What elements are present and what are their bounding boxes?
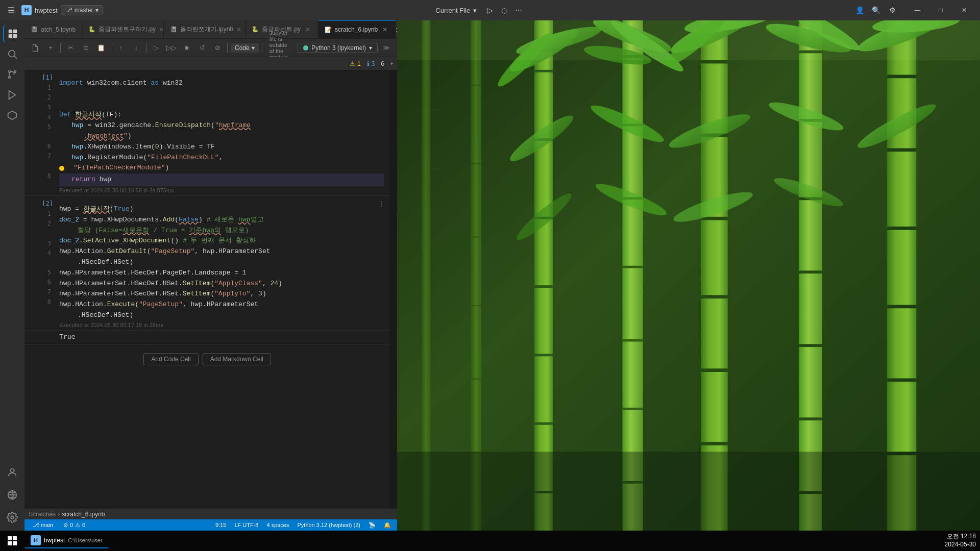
svg-point-4	[9, 51, 15, 57]
start-button[interactable]	[4, 533, 20, 549]
add-markdown-cell-button[interactable]: Add Markdown Cell	[203, 353, 271, 365]
tab-atch5[interactable]: 📓 atch_5.ipynb	[24, 20, 82, 38]
status-remote-label: ⎇ main	[33, 522, 53, 529]
settings-icon[interactable]: ⚙	[885, 3, 899, 17]
activity-settings-icon[interactable]	[3, 508, 21, 527]
toolbar: + ✂ ⧉ 📋 ↑ ↓ ▷ ▷▷ ■ ↺ ⊘ Code ▾ Jupyter fi…	[24, 38, 397, 57]
editor-scroll: [1] 1 2 3 4 5 6 7 8	[24, 70, 397, 508]
tab-junggeup[interactable]: 🐍 중급파센트구하기.py ✕	[82, 20, 164, 38]
more-actions-icon[interactable]: ⋯	[511, 3, 526, 17]
svg-line-5	[14, 56, 17, 59]
activity-search-icon[interactable]	[3, 45, 21, 63]
taskbar-app-item[interactable]: H hwptest C:\Users\user	[24, 533, 109, 548]
activity-debug-icon[interactable]	[3, 86, 21, 104]
breadcrumb-sep: ›	[58, 511, 60, 518]
taskbar-clock: 오전 12:18 2024-05-30	[945, 533, 976, 548]
svg-rect-22	[471, 85, 481, 86]
tab-ollalin[interactable]: 📓 올라린쪼개기.ipynb ✕	[164, 20, 246, 38]
alert-info-item[interactable]: ℹ 3	[367, 60, 375, 67]
breadcrumb-file[interactable]: scratch_6.ipynb	[62, 511, 105, 518]
svg-point-10	[10, 469, 14, 472]
toolbar-paste-icon[interactable]: 📋	[94, 41, 108, 55]
cell-2-more-button[interactable]: ⋮	[376, 198, 388, 210]
toolbar-run-icon[interactable]: ▷	[150, 41, 163, 55]
cell-2-content[interactable]: hwp = 한글시작(True) doc_2 = hwp.XHwpDocumen…	[55, 200, 388, 321]
tab-scratch6[interactable]: 📝 scratch_6.ipynb ✕	[318, 20, 396, 38]
status-broadcast-icon[interactable]: 📡	[366, 522, 378, 529]
toolbar-copy-icon[interactable]: ⧉	[79, 41, 92, 55]
toolbar-cut-icon[interactable]: ✂	[64, 41, 77, 55]
taskbar-time-display: 오전 12:18	[945, 533, 976, 541]
breadcrumb-folder[interactable]: Scratches	[29, 511, 56, 518]
status-notifications[interactable]: 🔔	[382, 522, 393, 529]
cell-1-content[interactable]: import win32com.client as win32 def 한글시작…	[55, 74, 388, 186]
cell-1-line-numbers: 1 2 3 4 5 6 7 8	[47, 81, 53, 181]
status-line-col[interactable]: 9:15	[213, 522, 228, 528]
minimize-button[interactable]: —	[905, 0, 929, 20]
activity-explorer-icon[interactable]	[3, 24, 21, 43]
app-icon: H	[21, 5, 32, 15]
app-name: hwptest	[35, 7, 58, 14]
output-gutter	[24, 331, 55, 344]
cell-1-line-5: hwp = win32.gencache.EnsureDispatch("hwp…	[59, 120, 384, 131]
kernel-chevron-icon: ▾	[369, 44, 372, 52]
cell-2-line-8b: .HSecDef.HSet)	[59, 310, 384, 321]
toolbar-move-down-icon[interactable]: ↓	[130, 41, 143, 55]
current-file-button[interactable]: Current File ▾	[429, 5, 483, 16]
status-errors[interactable]: ⊘ 0 ⚠ 0	[61, 522, 87, 529]
tab-icon-atch5: 📓	[31, 26, 38, 33]
tab-close-junggeup[interactable]: ✕	[159, 26, 164, 34]
toolbar-new-file-icon[interactable]	[29, 41, 42, 55]
tab-close-ollalin[interactable]: ✕	[236, 26, 241, 34]
status-language[interactable]: Python 3.12 (hwptest) (2)	[295, 522, 362, 528]
cell-type-dropdown[interactable]: Code ▾	[231, 43, 259, 53]
tab-close-scratch6[interactable]: ✕	[381, 26, 389, 34]
tab-icon-junggeup2: 🐍	[252, 26, 259, 33]
add-code-cell-button[interactable]: Add Code Cell	[143, 353, 198, 365]
line-num-1-3: 3	[47, 103, 53, 112]
svg-rect-91	[13, 536, 17, 540]
branch-selector[interactable]: ⎇ master ▾	[61, 5, 103, 15]
svg-rect-34	[534, 422, 553, 425]
svg-rect-0	[9, 30, 12, 33]
activity-remote-icon[interactable]	[3, 486, 21, 504]
status-encoding[interactable]: LF UTF-8	[232, 522, 260, 528]
tab-close-junggeup2[interactable]: ✕	[304, 26, 312, 34]
warning-icon: ⚠	[350, 60, 355, 67]
svg-point-7	[9, 77, 11, 79]
activity-accounts-icon[interactable]	[3, 463, 21, 482]
svg-rect-64	[887, 379, 917, 382]
alert-warning-item[interactable]: ⚠ 1	[350, 60, 361, 67]
toolbar-add-icon[interactable]: +	[44, 41, 57, 55]
svg-rect-88	[397, 452, 980, 531]
cell-2-line-numbers: 1 2 3 4 5 6 7 8	[47, 207, 53, 317]
run-button[interactable]: ▷	[483, 3, 497, 17]
cell-2-line-2b: 할당 (False=새로운창 / True = 기준hwp의 탭으로)	[59, 226, 384, 236]
alert-expand-icon[interactable]: ▾	[390, 61, 393, 66]
hamburger-menu-icon[interactable]: ☰	[4, 3, 18, 17]
search-icon[interactable]: 🔍	[869, 3, 883, 17]
notebook[interactable]: [1] 1 2 3 4 5 6 7 8	[24, 70, 390, 508]
alert-num-item[interactable]: 6	[381, 60, 384, 67]
accounts-icon[interactable]: 👤	[852, 3, 867, 17]
toolbar-clear-icon[interactable]: ⊘	[211, 41, 224, 55]
status-remote-icon[interactable]: ⎇ main	[29, 519, 57, 531]
status-left: ⎇ main ⊘ 0 ⚠ 0	[29, 519, 87, 531]
maximize-button[interactable]: □	[929, 0, 952, 20]
cell-2-line-4b: .HSecDef.HSet)	[59, 257, 384, 268]
svg-rect-17	[430, 246, 439, 247]
svg-rect-55	[799, 270, 822, 273]
breadcrumb-bar: Scratches › scratch_6.ipynb	[24, 508, 397, 519]
toolbar-interrupt-icon[interactable]: ■	[180, 41, 193, 55]
toolbar-restart-icon[interactable]: ↺	[195, 41, 209, 55]
cell-2-footer: Executed at 2024.05.30 00:17:18 in 26ms	[55, 321, 388, 330]
activity-extensions-icon[interactable]	[3, 106, 21, 124]
close-button[interactable]: ✕	[952, 0, 976, 20]
svg-rect-45	[701, 60, 728, 64]
toolbar-run-all-icon[interactable]: ▷▷	[165, 41, 178, 55]
status-indent[interactable]: 4 spaces	[264, 522, 291, 528]
kernel-selector[interactable]: Python 3 (ipykernel) ▾	[298, 43, 378, 53]
toolbar-more-icon[interactable]: ≫	[380, 41, 393, 55]
toolbar-move-up-icon[interactable]: ↑	[114, 41, 128, 55]
activity-git-icon[interactable]	[3, 65, 21, 84]
